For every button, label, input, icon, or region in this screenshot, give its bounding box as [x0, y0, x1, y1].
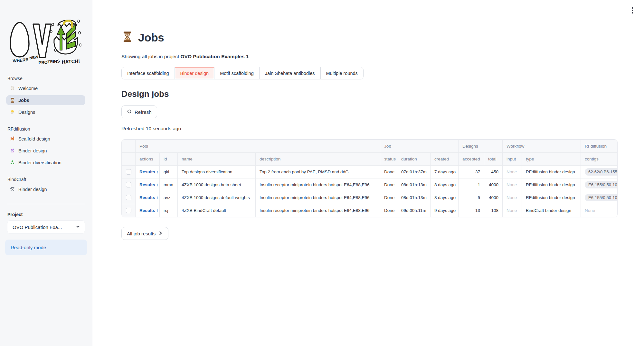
row-checkbox[interactable]	[126, 208, 131, 213]
cell-input: None	[503, 166, 522, 178]
cell-input: None	[503, 178, 522, 191]
group-header-pool: Pool	[136, 140, 380, 153]
up-arrow-icon: ↑	[156, 169, 159, 174]
tab-motif-scaffolding[interactable]: Motif scaffolding	[214, 67, 259, 79]
sidebar-divider	[7, 204, 85, 204]
results-link[interactable]: Results↑	[139, 208, 159, 213]
readonly-mode-label: Read-only mode	[11, 245, 46, 250]
project-label: Project	[7, 212, 92, 217]
group-header-rfdiffusion: RFdiffusion	[581, 140, 617, 153]
cell-description: Insulin receptor miniprotein binders hot…	[256, 178, 380, 191]
kebab-menu-icon[interactable]	[630, 6, 635, 15]
tab-binder-design[interactable]: Binder design	[175, 67, 214, 79]
page-title: Jobs	[121, 31, 644, 44]
sidebar-item-binder-design-bc[interactable]: Binder design	[6, 184, 85, 194]
sidebar-item-label: Binder design	[18, 187, 47, 192]
sidebar-section-browse: Browse	[7, 76, 92, 81]
col-header-created: created	[431, 153, 459, 166]
cell-accepted: 5	[459, 191, 484, 204]
col-header-accepted: accepted	[459, 153, 484, 166]
main-content: Jobs Showing all jobs in project OVO Pub…	[92, 0, 644, 346]
sidebar-item-designs[interactable]: Designs	[6, 107, 85, 117]
cell-total: 4000	[484, 178, 503, 191]
hammer-pick-icon	[10, 187, 15, 192]
logo-tagline-proteins: PROTEINS	[38, 59, 60, 65]
cell-name: 4ZXB 1000 designs beta sheet	[178, 178, 256, 191]
col-header-total: total	[484, 153, 503, 166]
cell-status: Done	[380, 191, 397, 204]
contigs-badge: E6-155/0 50-100	[585, 194, 617, 201]
jobs-table: Pool Job Designs Workflow RFdiffusion ac…	[121, 139, 618, 217]
cell-id: avz	[160, 191, 178, 204]
contigs-badge: E6-155/0 50-100	[585, 181, 617, 188]
cell-type: RFdiffusion binder design	[522, 191, 581, 204]
row-checkbox[interactable]	[126, 195, 131, 200]
ovo-logo: WHERE NEW PROTEINS HATCH!	[9, 14, 84, 68]
cell-description: Insulin receptor miniprotein binders hot…	[256, 191, 380, 204]
logo-tagline-new: NEW	[29, 55, 39, 60]
table-row: Results↑ mmo 4ZXB 1000 designs beta shee…	[122, 178, 617, 191]
results-link[interactable]: Results↑	[139, 169, 159, 174]
cell-input: None	[503, 204, 522, 217]
example-tabs: Interface scaffolding Binder design Moti…	[121, 67, 364, 79]
egg-icon	[10, 86, 15, 91]
table-row: Results↑ rsj 4ZXB BindCraft default Insu…	[122, 204, 617, 217]
cell-name: Top designs diversification	[178, 166, 256, 178]
chevron-down-icon	[76, 224, 80, 230]
hourglass-icon	[121, 31, 133, 44]
sidebar-item-label: Scaffold design	[18, 136, 50, 141]
results-link[interactable]: Results↑	[139, 182, 159, 187]
tab-interface-scaffolding[interactable]: Interface scaffolding	[122, 67, 175, 79]
col-header-actions: actions	[136, 153, 160, 166]
tab-multiple-rounds[interactable]: Multiple rounds	[320, 67, 363, 79]
project-select[interactable]: OVO Publication Exa...	[7, 220, 85, 234]
logo-tagline-where: WHERE	[13, 57, 29, 63]
row-checkbox[interactable]	[126, 169, 131, 175]
logo-egg-o	[10, 23, 29, 57]
group-header-job: Job	[380, 140, 459, 153]
up-arrow-icon: ↑	[156, 182, 159, 187]
cell-created: 7 days ago	[431, 166, 459, 178]
cell-id: rsj	[160, 204, 178, 217]
sidebar-item-binder-design-rf[interactable]: Binder design	[6, 146, 85, 156]
chevron-right-icon	[158, 231, 163, 236]
sidebar-item-welcome[interactable]: Welcome	[6, 83, 85, 93]
design-jobs-heading: Design jobs	[121, 89, 644, 99]
row-checkbox[interactable]	[126, 182, 131, 187]
col-header-status: status	[380, 153, 397, 166]
cell-total: 108	[484, 204, 503, 217]
construction-icon	[10, 136, 15, 141]
all-job-results-button[interactable]: All job results	[121, 227, 168, 240]
col-header-contigs: contigs	[581, 153, 617, 166]
refresh-button-label: Refresh	[135, 109, 152, 115]
results-link[interactable]: Results↑	[139, 195, 159, 200]
refresh-button[interactable]: Refresh	[121, 105, 157, 118]
sidebar-item-binder-diversification[interactable]: Binder diversification	[6, 158, 85, 168]
col-header-input: input	[503, 153, 522, 166]
col-header-duration: duration	[397, 153, 431, 166]
col-header-type: type	[522, 153, 581, 166]
sidebar-item-scaffold-design[interactable]: Scaffold design	[6, 134, 85, 144]
hourglass-icon	[10, 97, 15, 103]
cell-type: RFdiffusion binder design	[522, 178, 581, 191]
cell-name: 4ZXB BindCraft default	[178, 204, 256, 217]
cell-duration: 07d:01h:37m	[397, 166, 431, 178]
cell-name: 4ZXB 1000 designs default weights	[178, 191, 256, 204]
cell-id: qki	[160, 166, 178, 178]
col-header-description: description	[256, 153, 380, 166]
table-column-header-row: actions id name description status durat…	[122, 153, 617, 166]
cell-status: Done	[380, 178, 397, 191]
hatching-chick-icon	[10, 109, 15, 115]
cell-duration: 09d:00h:11m	[397, 204, 431, 217]
sidebar-item-label: Jobs	[18, 98, 29, 103]
sidebar-section-bindcraft: BindCraft	[7, 177, 92, 182]
tab-jain-shehata-antibodies[interactable]: Jain Shehata antibodies	[259, 67, 320, 79]
sidebar-item-label: Designs	[18, 110, 35, 115]
sidebar-item-jobs[interactable]: Jobs	[6, 95, 85, 105]
dna-icon	[10, 148, 15, 153]
readonly-mode-notice: Read-only mode	[5, 240, 87, 255]
cell-created: 8 days ago	[431, 178, 459, 191]
sidebar-item-label: Binder design	[18, 148, 47, 153]
cell-duration: 08d:01h:13m	[397, 191, 431, 204]
cell-description: Top 2 from each pool by PAE, RMSD and dd…	[256, 166, 380, 178]
